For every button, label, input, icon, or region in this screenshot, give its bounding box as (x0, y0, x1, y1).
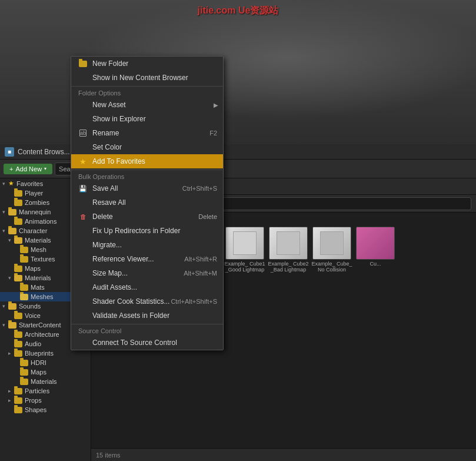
sidebar-label-zombies: Zombies (25, 199, 49, 206)
save-all-icon: 💾 (78, 184, 88, 193)
reference-viewer-icon (78, 254, 88, 264)
size-map-shortcut: Alt+Shift+M (184, 270, 217, 277)
menu-label-rename: Rename (92, 129, 119, 137)
sidebar-label-mannequin: Mannequin (19, 208, 51, 215)
menu-item-show-new-content-browser[interactable]: Show in New Content Browser (71, 71, 223, 85)
folder-icon-startercontent (8, 322, 16, 329)
menu-item-save-all[interactable]: 💾 Save All Ctrl+Shift+S (71, 181, 223, 195)
validate-assets-icon (78, 311, 88, 320)
menu-label-delete: Delete (92, 213, 113, 221)
asset-item-cube1-good-lightmap[interactable]: Example_ Cube1_Good Lightmap (224, 227, 265, 446)
folder-icon-shapes (14, 407, 22, 413)
menu-item-validate-assets[interactable]: Validate Assets in Folder (71, 309, 223, 323)
migrate-icon (78, 240, 88, 250)
asset-item-cube-no-collision[interactable]: Example_ Cube_No Collision (311, 227, 352, 446)
sidebar-label-sc-maps: Maps (31, 369, 46, 376)
folder-icon-blueprints (14, 350, 22, 357)
sidebar-label-mesh: Mesh (31, 246, 46, 253)
expand-arrow-char-materials2: ▾ (8, 275, 14, 281)
save-all-shortcut: Ctrl+Shift+S (182, 185, 217, 192)
folder-icon-char-materials (14, 237, 22, 244)
sidebar-label-hdri: HDRI (31, 359, 46, 366)
add-new-arrow-icon: ▾ (44, 166, 46, 171)
menu-item-migrate[interactable]: Migrate... (71, 238, 223, 252)
asset-item-cube2-bad-lightmap[interactable]: Example_ Cube2_Bad Lightmap (268, 227, 309, 446)
sidebar-label-meshes: Meshes (31, 293, 54, 300)
menu-item-show-in-explorer[interactable]: Show in Explorer (71, 112, 223, 126)
sidebar-label-architecture: Architecture (25, 331, 59, 338)
delete-icon: 🗑 (78, 212, 88, 221)
expand-arrow-sounds: ▾ (2, 303, 8, 309)
menu-item-fix-up-redirectors[interactable]: Fix Up Redirectors in Folder (71, 224, 223, 238)
menu-item-new-asset[interactable]: New Asset ▶ (71, 98, 223, 112)
new-asset-icon (78, 100, 88, 110)
sidebar-label-shapes: Shapes (25, 406, 46, 413)
sidebar-item-shapes[interactable]: Shapes (0, 405, 91, 414)
folder-icon-architecture (14, 331, 22, 338)
menu-label-size-map: Size Map... (92, 269, 128, 277)
add-new-button[interactable]: + Add New ▾ (4, 164, 52, 174)
menu-item-set-color[interactable]: Set Color (71, 140, 223, 154)
sidebar-item-sc-maps[interactable]: Maps (0, 367, 91, 377)
audit-assets-icon (78, 283, 88, 292)
expand-arrow-favorites: ▾ (2, 181, 8, 187)
sidebar-label-character: Character (19, 227, 47, 234)
menu-label-resave-all: Resave All (92, 198, 126, 207)
asset-label-cu-partial: Cu... (370, 261, 381, 267)
menu-label-connect-source-control: Connect To Source Control (92, 339, 177, 347)
menu-item-delete[interactable]: 🗑 Delete Delete (71, 210, 223, 224)
menu-item-rename[interactable]: ab Rename F2 (71, 126, 223, 140)
folder-icon-char-materials2 (14, 275, 22, 281)
menu-item-resave-all[interactable]: Resave All (71, 195, 223, 210)
sidebar-label-animations: Animations (25, 218, 56, 225)
sidebar-label-startercontent: StarterContent (19, 321, 61, 329)
menu-label-fix-up-redirectors: Fix Up Redirectors in Folder (92, 227, 180, 235)
star-icon: ★ (8, 180, 14, 187)
folder-icon-zombies (14, 200, 22, 206)
folder-icon-mannequin (8, 209, 16, 215)
sidebar-label-player: Player (25, 190, 43, 197)
menu-label-new-asset: New Asset (92, 101, 126, 109)
menu-item-size-map[interactable]: Size Map... Alt+Shift+M (71, 266, 223, 280)
menu-item-add-to-favorites[interactable]: ★ Add To Favorites (71, 154, 223, 168)
sidebar-item-props[interactable]: ▸ Props (0, 396, 91, 405)
menu-item-reference-viewer[interactable]: Reference Viewer... Alt+Shift+R (71, 252, 223, 266)
asset-thumb-cube2-bad-lightmap (269, 227, 308, 260)
sidebar-label-sounds: Sounds (19, 303, 41, 310)
menu-item-shader-cook[interactable]: Shader Cook Statistics... Ctrl+Alt+Shift… (71, 294, 223, 309)
explorer-icon (78, 114, 88, 124)
size-map-icon (78, 268, 88, 278)
new-asset-arrow-icon: ▶ (214, 102, 218, 108)
asset-label-cube-no-collision: Example_ Cube_No Collision (311, 261, 352, 273)
menu-label-validate-assets: Validate Assets in Folder (92, 311, 169, 320)
sidebar-label-blueprints: Blueprints (25, 350, 54, 357)
sidebar-item-sc-materials[interactable]: Materials (0, 377, 91, 386)
folder-icon-sc-materials (20, 379, 28, 385)
sidebar-label-char-materials2: Materials (25, 274, 51, 281)
folder-icon-mesh (20, 247, 28, 253)
folder-icon-voice (14, 313, 22, 319)
menu-label-show-in-explorer: Show in Explorer (92, 115, 146, 123)
rename-icon: ab (78, 128, 88, 138)
expand-arrow-char-materials: ▾ (8, 237, 14, 243)
menu-divider-2 (71, 170, 223, 170)
sidebar-item-particles[interactable]: ▸ Particles (0, 386, 91, 396)
context-menu: New Folder Show in New Content Browser F… (71, 56, 224, 350)
asset-item-cu-partial[interactable]: Cu... (355, 227, 396, 446)
menu-item-connect-source-control[interactable]: Connect To Source Control (71, 336, 223, 350)
expand-arrow-character: ▾ (2, 228, 8, 234)
menu-label-show-new-content-browser: Show in New Content Browser (92, 74, 188, 82)
folder-icon-maps (14, 266, 22, 272)
menu-label-add-to-favorites: Add To Favorites (92, 157, 145, 165)
menu-section-folder-options: Folder Options (71, 88, 223, 98)
menu-label-migrate: Migrate... (92, 241, 122, 249)
folder-icon-hdri (20, 360, 28, 366)
menu-divider-1 (71, 86, 223, 87)
menu-item-new-folder[interactable]: New Folder (71, 57, 223, 71)
menu-item-audit-assets[interactable]: Audit Assets... (71, 280, 223, 294)
asset-thumb-cube-no-collision (312, 227, 351, 260)
sidebar-item-hdri[interactable]: HDRI (0, 358, 91, 367)
folder-icon-character (8, 228, 16, 234)
folder-icon-animations (14, 218, 22, 225)
color-icon (78, 142, 88, 152)
